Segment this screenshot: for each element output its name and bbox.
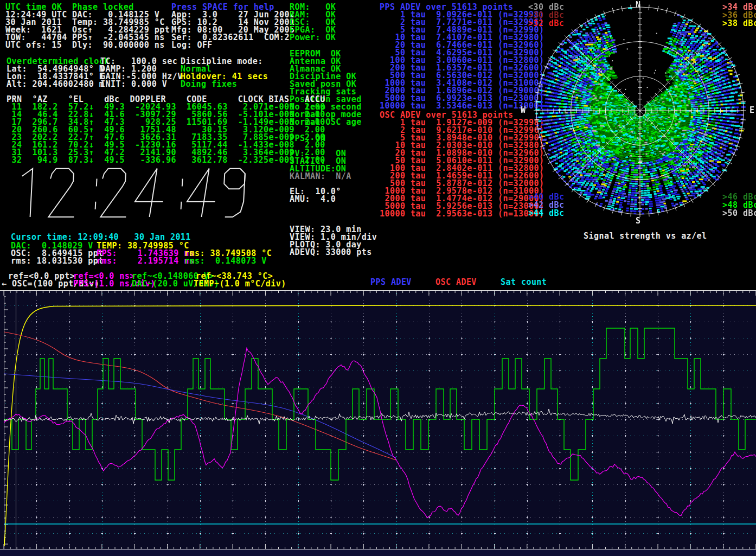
mask-block: EL: 10.0°AMU: 4.0: [290, 188, 341, 203]
sat-table-rows: 11 182.2 57.2↓ 49.3 -2024.93 16045.63 2.…: [7, 103, 325, 164]
selftest-line: Power: OK: [290, 34, 336, 41]
compass-n: N: [636, 1, 640, 9]
view-block: VIEW: 23.0 minVIEW: 1.0 min/divPLOTQ: 3.…: [290, 226, 377, 256]
phase-block: Phase locked DAC: 0.148125 VTemp: 38.749…: [72, 3, 170, 49]
mask-lines: EL: 10.0°AMU: 4.0: [290, 188, 341, 203]
version-line: Log: OFF: [171, 41, 295, 49]
help-block: Press SPACE for help App: 3.0 27 Jun 200…: [171, 3, 295, 49]
lady-heather-screen: UTC time OK 12:24:49 UTC30 Jan 2011Week:…: [0, 0, 756, 556]
loop-params-block: TC: 100.0 secDAMP: 1.200GAIN:-5.000 Hz/V…: [100, 57, 183, 88]
compass-s: S: [636, 217, 640, 225]
cursor-time-text: Cursor time: 12:09:40 30 Jan 2011: [11, 233, 191, 241]
position-block: Overdetermined clock Lat: 54.4964948° NL…: [7, 57, 110, 88]
version-lines: App: 3.0 27 Jun 2002GPS: 10.2 14 Nov 200…: [171, 11, 295, 49]
rms-pps: rms: 2.195714 ns: [97, 257, 194, 265]
position-line: Alt: 204.46002480 m: [7, 80, 110, 88]
utc-line: UTC ofs: 15: [5, 41, 67, 49]
dbc-legend-item: >44 dBc: [528, 209, 564, 218]
digital-clock-svg: [12, 162, 267, 221]
pps-adev-plot-label: PPS ADEV: [370, 278, 412, 286]
kalman-line: KALMAN: N/A: [290, 172, 351, 180]
dbc-legend-bottom-right: >46 dBc>48 dBc>50 dBc: [722, 193, 756, 218]
loop-param-lines: TC: 100.0 secDAMP: 1.200GAIN:-5.000 Hz/V…: [100, 57, 183, 88]
selftest-block: ROM: OKRAM: OKOSC: OKFPGA: OKPower: OK: [290, 3, 336, 41]
rms-dac: rms: 0.148073 V: [184, 257, 267, 265]
dbc-legend-top-right: >34 dBc>36 dBc>38 dBc: [722, 3, 756, 28]
osc-adev-plot-label: OSC ADEV: [435, 278, 477, 286]
strip-chart-plot-area[interactable]: [0, 290, 756, 556]
signal-strength-polar-map: [520, 0, 756, 223]
position-lines: Lat: 54.4964948° NLon: 18.4337841° EAlt:…: [7, 65, 110, 88]
view-lines: VIEW: 23.0 minVIEW: 1.0 min/divPLOTQ: 3.…: [290, 226, 377, 256]
phase-line: Dly: 90.000000 ns: [72, 41, 170, 49]
cursor-time-line: Cursor time: 12:09:40 30 Jan 2011: [11, 233, 191, 241]
sat-count-plot-label: Sat count: [501, 278, 547, 286]
rms-osc: rms: 18.031530 ppt: [11, 257, 104, 265]
utc-lines: 12:24:49 UTC30 Jan 2011Week: 1621TOW: 44…: [5, 11, 67, 49]
dbc-legend-item: >38 dBc: [722, 20, 756, 28]
phase-lines: DAC: 0.148125 VTemp: 38.749985 °COsc↑ 4.…: [72, 11, 170, 49]
sat-table: PRN °AZ °EL dBc DOPPLER CODE CLOCK BIAS …: [7, 95, 325, 164]
digital-clock: [12, 162, 267, 221]
compass-e: E: [749, 106, 754, 114]
fixes-status: Doing fixes: [181, 80, 268, 88]
mask-line: AMU: 4.0: [290, 195, 341, 203]
dbc-legend-item: >32 dBc: [528, 20, 564, 28]
discipline-block: Discipline mode: Normal Holdover: 41 sec…: [181, 57, 268, 88]
selftest-lines: ROM: OKRAM: OKOSC: OKFPGA: OKPower: OK: [290, 3, 336, 41]
utc-time-block: UTC time OK 12:24:49 UTC30 Jan 2011Week:…: [5, 3, 67, 49]
dbc-legend-item: >50 dBc: [722, 209, 756, 218]
polar-map-title: Signal strength vs az/el: [584, 232, 707, 240]
dbc-legend-top-left: <30 dBc>30 dBc>32 dBc: [528, 3, 564, 28]
loop-param-line: INIT: 0.000 V: [100, 80, 183, 88]
temp-scale-label: TEMP~(1.0 m°C/div): [194, 280, 286, 287]
compass-w: W: [521, 106, 526, 114]
dbc-legend-bottom-left: >40 dBc>42 dBc>44 dBc: [528, 193, 564, 218]
view-line: ADEVQ: 33000 pts: [290, 248, 377, 256]
